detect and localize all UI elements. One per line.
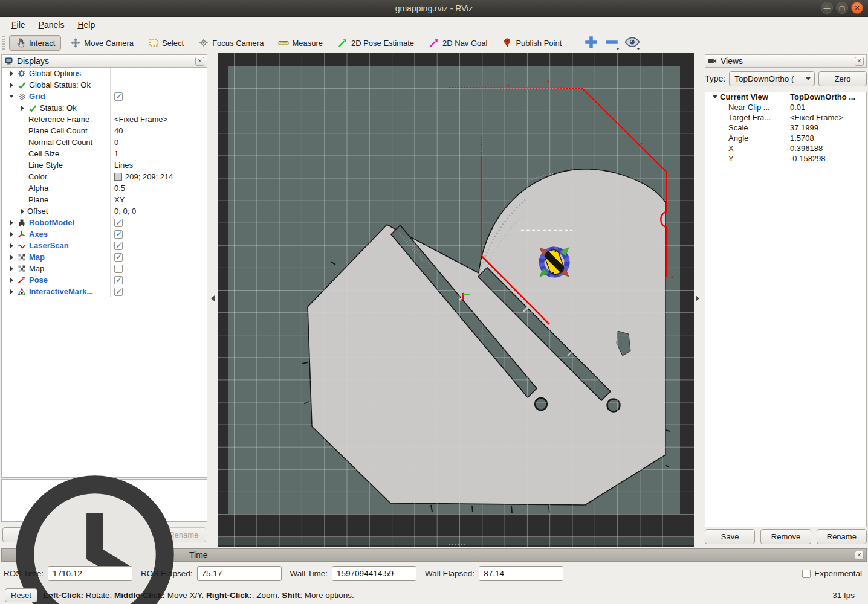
splitter-collapse-left[interactable]: [211, 295, 215, 301]
enable-checkbox[interactable]: [114, 265, 123, 273]
ros-elapsed-field[interactable]: [197, 566, 282, 581]
visibility-button[interactable]: [624, 36, 640, 50]
enable-checkbox[interactable]: [114, 230, 123, 239]
expander-icon[interactable]: [7, 220, 16, 225]
view-row-x[interactable]: X0.396188: [705, 143, 866, 153]
view-row-near-clip-[interactable]: Near Clip ...0.01: [705, 102, 866, 112]
display-row-global-status-ok[interactable]: Global Status: Ok: [2, 79, 207, 91]
pillar-2: [607, 399, 620, 412]
wall-time-field[interactable]: [332, 566, 416, 581]
display-row-status-ok[interactable]: Status: Ok: [2, 102, 207, 114]
expander-icon[interactable]: [7, 83, 16, 88]
help-segment: Left-Click:: [44, 591, 83, 600]
close-button[interactable]: ✕: [851, 2, 863, 14]
monitor-icon: [4, 57, 13, 65]
color-swatch[interactable]: [114, 173, 122, 181]
enable-checkbox[interactable]: [114, 276, 123, 284]
row-value: 0.5: [114, 184, 125, 193]
splitter-collapse-right[interactable]: [696, 295, 699, 301]
expander-icon[interactable]: [7, 278, 16, 283]
enable-checkbox[interactable]: [114, 288, 123, 296]
expander-icon[interactable]: [18, 106, 27, 111]
view-row-current-view[interactable]: Current ViewTopDownOrtho ...: [705, 92, 866, 102]
display-row-grid[interactable]: Grid: [2, 91, 207, 102]
tool-2d-pose-estimate[interactable]: 2D Pose Estimate: [332, 36, 419, 50]
enable-checkbox[interactable]: [114, 219, 123, 227]
reset-button[interactable]: Reset: [5, 588, 37, 602]
display-row-alpha[interactable]: Alpha0.5: [2, 182, 207, 194]
tool-focus-camera[interactable]: Focus Camera: [193, 36, 269, 50]
row-label: Line Style: [28, 161, 63, 170]
display-row-reference-frame[interactable]: Reference Frame<Fixed Frame>: [2, 114, 207, 125]
tool-publish-point[interactable]: Publish Point: [496, 36, 567, 50]
zoom-in-button[interactable]: [583, 36, 599, 50]
enable-checkbox[interactable]: [114, 253, 123, 262]
display-row-color[interactable]: Color209; 209; 214: [2, 171, 207, 182]
enable-checkbox[interactable]: [114, 242, 123, 250]
view-row-scale[interactable]: Scale37.1999: [705, 123, 866, 133]
chevron-down-icon: [636, 48, 640, 50]
display-row-laserscan[interactable]: LaserScan: [2, 240, 207, 251]
display-row-pose[interactable]: Pose: [2, 274, 207, 286]
tool-measure[interactable]: Measure: [273, 36, 328, 50]
experimental-checkbox[interactable]: [802, 570, 811, 578]
rename-view-button[interactable]: Rename: [817, 529, 867, 544]
expander-icon[interactable]: [7, 255, 16, 260]
enable-checkbox[interactable]: [114, 92, 123, 101]
views-panel-header[interactable]: Views ✕: [705, 54, 867, 68]
tool-move-camera[interactable]: Move Camera: [65, 36, 139, 50]
expander-icon[interactable]: [7, 243, 16, 248]
hand-icon: [15, 38, 26, 48]
zero-button[interactable]: Zero: [818, 71, 867, 86]
wall-elapsed-field[interactable]: [479, 566, 563, 581]
time-panel-header[interactable]: Time ✕: [1, 548, 867, 562]
minimize-button[interactable]: —: [821, 2, 833, 14]
view-type-combo[interactable]: TopDownOrtho (: [729, 71, 815, 86]
displays-panel-header[interactable]: Displays ✕: [1, 54, 207, 68]
ros-time-field[interactable]: [48, 566, 132, 581]
tool-label: Move Camera: [84, 39, 134, 48]
tool-interact[interactable]: Interact: [9, 35, 61, 51]
views-close-icon[interactable]: ✕: [855, 57, 864, 66]
display-row-plane[interactable]: PlaneXY: [2, 194, 207, 205]
display-row-line-style[interactable]: Line StyleLines: [2, 159, 207, 171]
splitter-handle-dots[interactable]: [449, 544, 465, 545]
display-row-plane-cell-count[interactable]: Plane Cell Count40: [2, 125, 207, 137]
expander-icon[interactable]: [18, 209, 27, 214]
display-row-global-options[interactable]: Global Options: [2, 68, 207, 79]
interactive-marker[interactable]: [540, 248, 569, 277]
remove-view-button[interactable]: Remove: [760, 529, 811, 544]
maximize-button[interactable]: ▢: [836, 2, 848, 14]
expander-icon[interactable]: [7, 71, 16, 76]
render-viewport[interactable]: [218, 53, 694, 547]
time-close-icon[interactable]: ✕: [855, 551, 864, 560]
expander-icon[interactable]: [7, 95, 16, 98]
view-row-target-fra-[interactable]: Target Fra...<Fixed Frame>: [705, 112, 866, 123]
expander-icon[interactable]: [7, 266, 16, 271]
display-row-axes[interactable]: Axes: [2, 228, 207, 240]
view-row-y[interactable]: Y-0.158298: [705, 153, 866, 164]
menu-file[interactable]: File: [6, 18, 31, 31]
display-row-map[interactable]: Map: [2, 251, 207, 263]
display-row-interactivemark-[interactable]: InteractiveMark...: [2, 286, 207, 297]
tool-select[interactable]: Select: [143, 36, 189, 50]
display-row-normal-cell-count[interactable]: Normal Cell Count0: [2, 137, 207, 148]
display-row-offset[interactable]: Offset0; 0; 0: [2, 205, 207, 217]
save-view-button[interactable]: Save: [705, 529, 755, 544]
display-row-robotmodel[interactable]: RobotModel: [2, 217, 207, 228]
toolbar-drag-handle[interactable]: [2, 36, 5, 50]
zoom-out-button[interactable]: [604, 36, 620, 50]
displays-close-icon[interactable]: ✕: [195, 57, 204, 66]
row-label: Pose: [29, 275, 48, 284]
tool-2d-nav-goal[interactable]: 2D Nav Goal: [423, 36, 493, 50]
expander-icon[interactable]: [7, 289, 16, 294]
menu-panels[interactable]: Panels: [33, 18, 70, 31]
display-row-map[interactable]: Map: [2, 263, 207, 274]
select-icon: [148, 38, 159, 48]
expander-icon[interactable]: [7, 232, 16, 237]
view-row-angle[interactable]: Angle1.5708: [705, 133, 866, 143]
help-segment: : Zoom.: [252, 591, 282, 600]
menu-help[interactable]: Help: [72, 18, 100, 31]
display-row-cell-size[interactable]: Cell Size1: [2, 148, 207, 159]
expander-icon[interactable]: [710, 95, 720, 98]
